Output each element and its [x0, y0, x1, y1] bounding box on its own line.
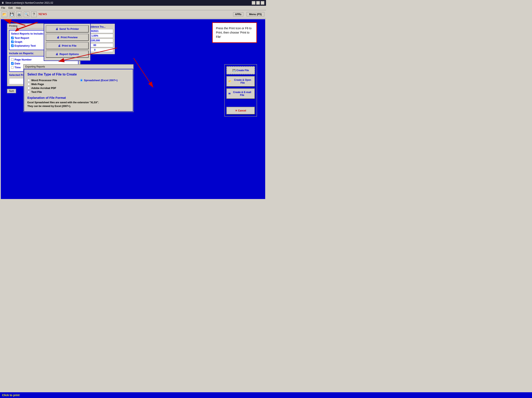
pdf-option[interactable]: Adobe Acrobat PDF — [27, 86, 77, 90]
send-to-printer-button[interactable]: 🖨 Send To Printer — [46, 25, 89, 33]
preview-icon: 🖨 — [57, 36, 59, 39]
word-processor-label: Word Processor File — [31, 79, 57, 82]
search-button[interactable]: 🔍 — [24, 12, 29, 17]
create-email-button[interactable]: ✉ Create & E-mail File — [226, 88, 255, 99]
word-processor-option[interactable]: Word Processor File — [27, 79, 77, 82]
close-button[interactable]: ✕ — [261, 1, 264, 5]
main-area: Printing Select Reports to Include: Text… — [1, 19, 265, 199]
news-label: NEWS — [38, 13, 47, 16]
web-page-option[interactable]: Web Page — [27, 83, 77, 86]
spreadsheet-radio[interactable] — [80, 79, 83, 82]
pdf-label: Adobe Acrobat PDF — [31, 86, 56, 90]
app-title: Steve Leimberg's NumberCruncher 2021.02 — [5, 1, 53, 4]
report-options-button[interactable]: 🖨 Report Options — [46, 51, 89, 58]
cancel-button[interactable]: ✕ Cancel — [226, 107, 255, 115]
print-preview-button[interactable]: 🖨 Print Preview — [46, 34, 89, 41]
exporting-dialog: Exporting Reports Select the Type of Fil… — [23, 64, 134, 112]
spreadsheet-label: Spreadsheet (Excel 2007+) — [84, 79, 117, 82]
afrs-button[interactable]: AFRs — [233, 12, 243, 16]
explanation-text: Excel Spreadsheet files are saved with t… — [27, 101, 130, 108]
text-file-radio[interactable] — [27, 91, 30, 93]
explanatory-label: Explanatory Text — [14, 44, 36, 47]
print-button[interactable]: 🖨️ — [16, 12, 22, 17]
word-processor-radio[interactable] — [27, 79, 30, 82]
export-buttons-panel: 💾 Create File 📂 Create & Open File ✉ Cre… — [224, 64, 257, 117]
help-button[interactable]: ? — [31, 12, 37, 17]
save-button[interactable]: 💾 — [9, 12, 15, 17]
create-file-button[interactable]: 💾 Create File — [226, 66, 255, 74]
menu-file[interactable]: File — [1, 7, 5, 9]
graph-checkbox[interactable] — [11, 40, 14, 43]
pdf-radio[interactable] — [27, 87, 30, 89]
page-number-checkbox[interactable] — [11, 58, 14, 61]
folder-icon: 📂 — [228, 80, 231, 83]
print-to-file-button[interactable]: 🖨 Print to File — [46, 42, 89, 49]
file-options-grid: Word Processor File Spreadsheet (Excel 2… — [27, 79, 130, 93]
options-icon: 🖨 — [56, 52, 58, 56]
file-icon: 🖨 — [58, 44, 61, 47]
date-label: Date — [14, 62, 20, 65]
explanation-header: Explanation of File Format — [27, 96, 130, 99]
title-bar: 🖩 Steve Leimberg's NumberCruncher 2021.0… — [0, 0, 266, 6]
text-report-checkbox[interactable] — [11, 37, 14, 39]
save-icon: 💾 — [233, 69, 235, 72]
minimize-button[interactable]: ─ — [252, 1, 255, 5]
web-page-radio[interactable] — [27, 83, 30, 85]
printer-icon: 🖨 — [56, 27, 58, 31]
sum-tab[interactable]: Sum — [7, 89, 16, 93]
web-page-label: Web Page — [31, 83, 44, 86]
print-buttons-panel: 🖨 Send To Printer 🖨 Print Preview 🖨 Prin… — [44, 23, 91, 61]
maximize-button[interactable]: □ — [256, 1, 260, 5]
text-file-option[interactable]: Text File — [27, 90, 77, 93]
menu-help[interactable]: Help — [16, 7, 21, 9]
page-number-label: Page Number — [14, 58, 32, 61]
spreadsheet-option[interactable]: Spreadsheet (Excel 2007+) — [80, 79, 130, 82]
cancel-x-icon: ✕ — [235, 109, 237, 112]
open-folder-button[interactable]: 📂 — [2, 12, 7, 17]
graph-label: Graph — [14, 40, 22, 43]
svg-line-4 — [134, 58, 150, 83]
menu-bar: File Edit Help — [0, 6, 266, 10]
annotation-box: Press the Print Icon or F6 to Print, the… — [212, 22, 257, 43]
create-open-button[interactable]: 📂 Create & Open File — [226, 76, 255, 87]
annotation-text: Press the Print Icon or F6 to Print, the… — [216, 26, 252, 39]
explanatory-checkbox[interactable] — [11, 44, 14, 47]
menu-edit[interactable]: Edit — [8, 7, 13, 9]
text-report-label: Text Report — [14, 36, 29, 39]
date-checkbox[interactable] — [11, 62, 14, 65]
app-icon: 🖩 — [2, 1, 4, 4]
menu-f5-button[interactable]: Menu (F5) — [247, 12, 264, 16]
email-icon: ✉ — [228, 92, 230, 95]
time-checkbox[interactable] — [11, 66, 14, 69]
text-file-label: Text File — [31, 90, 42, 93]
exporting-dialog-title: Exporting Reports — [24, 65, 133, 69]
time-label: Time — [14, 66, 21, 69]
toolbar: 📂 💾 🖨️ 🔍 ? NEWS AFRs Menu (F5) — [0, 10, 266, 18]
file-type-header: Select the Type of File to Create — [27, 73, 130, 76]
